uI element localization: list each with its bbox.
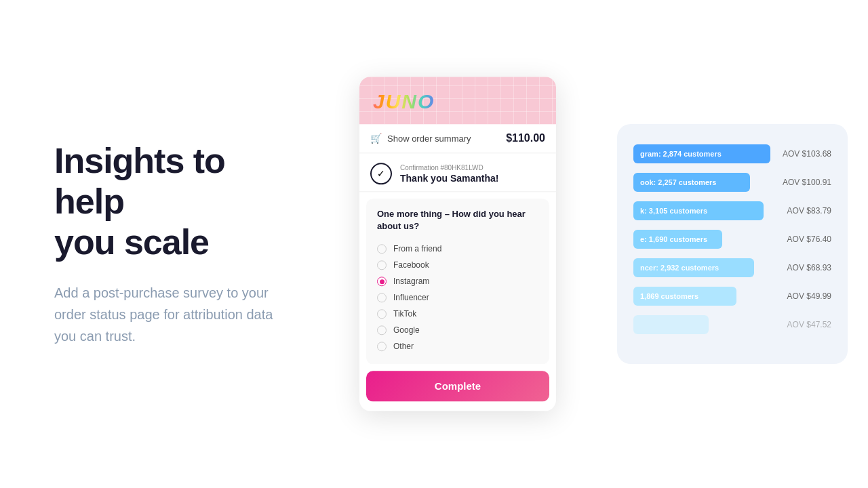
option-instagram[interactable]: Instagram (377, 274, 538, 290)
bar-container-4: e: 1,690 customers (633, 230, 770, 249)
bar-label-6: 1,869 customers (640, 292, 698, 300)
card-header: JUNO (359, 77, 556, 124)
right-section: gram: 2,874 customers AOV $103.68 ook: 2… (353, 0, 868, 488)
bar-container-2: ook: 2,257 customers (633, 173, 770, 192)
bar-row: gram: 2,874 customers AOV $103.68 (633, 144, 831, 163)
confirmation-section: ✓ Confirmation #80HK81LWD Thank you Sama… (359, 153, 556, 192)
juno-logo: JUNO (373, 90, 435, 113)
survey-question: One more thing – How did you hear about … (377, 208, 538, 232)
confirmation-text-block: Confirmation #80HK81LWD Thank you Samant… (400, 164, 498, 184)
bar-container-6: 1,869 customers (633, 287, 770, 306)
bar-row-3: k: 3,105 customers AOV $83.79 (633, 201, 831, 220)
aov-6: AOV $49.99 (777, 291, 831, 301)
bar-label-4: e: 1,690 customers (640, 235, 707, 243)
bar-label-2: ook: 2,257 customers (640, 178, 717, 186)
thank-you-text: Thank you Samantha! (400, 173, 498, 184)
aov-4: AOV $76.40 (777, 235, 831, 244)
bar-container-1: gram: 2,874 customers (633, 144, 770, 163)
option-label-from-a-friend: From a friend (393, 245, 441, 254)
radio-other[interactable] (377, 342, 387, 352)
bar-7 (633, 315, 709, 334)
option-other[interactable]: Other (377, 339, 538, 355)
option-from-a-friend[interactable]: From a friend (377, 241, 538, 258)
heading-line1: Insights to help (54, 141, 225, 221)
order-card: JUNO 🛒 Show order summary $110.00 ✓ Conf… (359, 77, 556, 411)
bar-4: e: 1,690 customers (633, 230, 722, 249)
radio-facebook[interactable] (377, 261, 387, 270)
radio-google[interactable] (377, 326, 387, 336)
survey-section: One more thing – How did you hear about … (366, 199, 549, 364)
show-order-label: Show order summary (387, 134, 471, 144)
option-label-tiktok: TikTok (393, 310, 416, 319)
order-summary-left[interactable]: 🛒 Show order summary (370, 133, 471, 144)
aov-3: AOV $83.79 (777, 206, 831, 216)
option-tiktok[interactable]: TikTok (377, 306, 538, 323)
bar-row-4: e: 1,690 customers AOV $76.40 (633, 230, 831, 249)
bar-2: ook: 2,257 customers (633, 173, 750, 192)
left-section: Insights to help you scale Add a post-pu… (0, 100, 353, 387)
sub-heading: Add a post-purchase survey to your order… (54, 282, 298, 347)
bar-container-5: ncer: 2,932 customers (633, 258, 770, 277)
complete-button[interactable]: Complete (366, 371, 549, 402)
bar-container-3: k: 3,105 customers (633, 201, 770, 220)
order-price: $110.00 (506, 132, 545, 144)
bar-container-7 (633, 315, 770, 334)
check-circle-icon: ✓ (370, 163, 392, 184)
bar-6: 1,869 customers (633, 287, 736, 306)
option-label-google: Google (393, 326, 420, 336)
option-facebook[interactable]: Facebook (377, 258, 538, 274)
option-label-influencer: Influencer (393, 293, 429, 303)
aov-1: AOV $103.68 (777, 149, 831, 159)
option-label-instagram: Instagram (393, 277, 429, 287)
analytics-card: gram: 2,874 customers AOV $103.68 ook: 2… (617, 124, 848, 364)
cart-icon: 🛒 (370, 133, 382, 144)
bar-label-3: k: 3,105 customers (640, 207, 707, 215)
bar-label-5: ncer: 2,932 customers (640, 264, 719, 272)
bar-1: gram: 2,874 customers (633, 144, 770, 163)
bar-label-1: gram: 2,874 customers (640, 150, 722, 158)
bar-3: k: 3,105 customers (633, 201, 764, 220)
main-heading: Insights to help you scale (54, 141, 298, 262)
bar-row-7: AOV $47.52 (633, 315, 831, 334)
radio-instagram[interactable] (377, 277, 387, 287)
option-label-facebook: Facebook (393, 261, 429, 270)
bar-row-6: 1,869 customers AOV $49.99 (633, 287, 831, 306)
bar-row-2: ook: 2,257 customers AOV $100.91 (633, 173, 831, 192)
radio-tiktok[interactable] (377, 310, 387, 319)
heading-line2: you scale (54, 222, 209, 262)
option-label-other: Other (393, 342, 414, 352)
aov-7: AOV $47.52 (777, 320, 831, 329)
radio-influencer[interactable] (377, 293, 387, 303)
option-google[interactable]: Google (377, 323, 538, 339)
aov-5: AOV $68.93 (777, 263, 831, 272)
bar-row-5: ncer: 2,932 customers AOV $68.93 (633, 258, 831, 277)
order-summary-row: 🛒 Show order summary $110.00 (359, 124, 556, 153)
bar-5: ncer: 2,932 customers (633, 258, 754, 277)
aov-2: AOV $100.91 (777, 178, 831, 187)
radio-from-a-friend[interactable] (377, 245, 387, 254)
option-influencer[interactable]: Influencer (377, 290, 538, 306)
confirmation-number: Confirmation #80HK81LWD (400, 164, 498, 171)
